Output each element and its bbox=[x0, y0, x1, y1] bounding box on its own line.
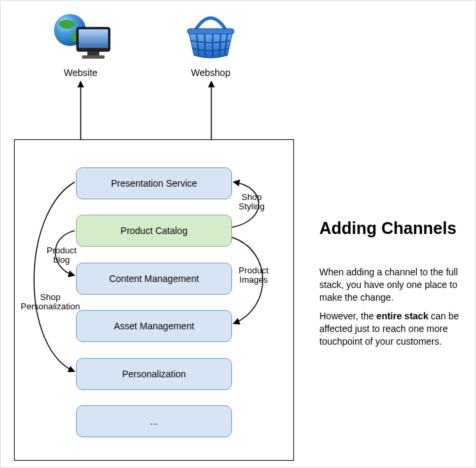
svg-line-7 bbox=[205, 34, 205, 57]
diagram-canvas: Website Webshop bbox=[0, 0, 476, 468]
box-label: ... bbox=[150, 416, 158, 427]
box-label: Content Management bbox=[109, 273, 199, 284]
website-label: Website bbox=[41, 67, 121, 78]
box-asset-management: Asset Management bbox=[76, 310, 232, 342]
box-label: Product Catalog bbox=[121, 225, 187, 236]
sidebar-p1: When adding a channel to the full stack,… bbox=[319, 266, 463, 304]
ann-product-blog: Product blog bbox=[47, 246, 77, 265]
basket-icon bbox=[181, 10, 241, 63]
svg-rect-5 bbox=[187, 29, 234, 34]
svg-rect-3 bbox=[87, 51, 99, 55]
box-label: Asset Management bbox=[114, 321, 195, 331]
ann-shop-personalization: Shop Personalization bbox=[21, 293, 80, 312]
ann-shop-styling: Shop Styling bbox=[239, 193, 265, 212]
ann-product-images: Product Images bbox=[239, 266, 269, 285]
box-label: Presentation Service bbox=[111, 178, 197, 189]
sidebar-p2: However, the entire stack can be affecte… bbox=[319, 310, 463, 348]
svg-rect-2 bbox=[79, 29, 108, 48]
box-personalization: Personalization bbox=[76, 358, 232, 390]
box-more: ... bbox=[76, 405, 232, 437]
webshop-icon-group: Webshop bbox=[171, 10, 251, 78]
svg-rect-4 bbox=[82, 55, 105, 59]
website-icon-group: Website bbox=[41, 10, 121, 78]
box-label: Personalization bbox=[122, 369, 186, 379]
box-presentation-service: Presentation Service bbox=[76, 167, 232, 199]
box-content-management: Content Management bbox=[76, 263, 232, 295]
globe-monitor-icon bbox=[47, 10, 114, 63]
box-product-catalog: Product Catalog bbox=[76, 215, 232, 247]
sidebar-heading: Adding Channels bbox=[319, 219, 459, 238]
webshop-label: Webshop bbox=[171, 67, 251, 78]
